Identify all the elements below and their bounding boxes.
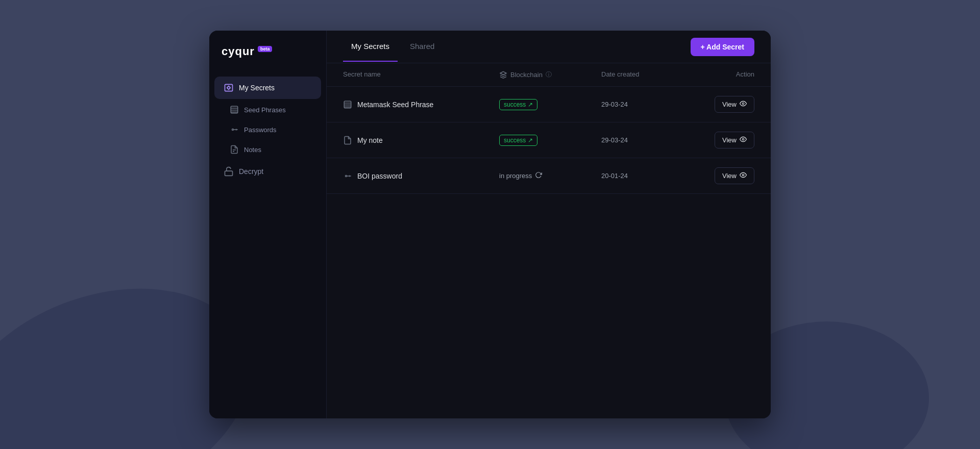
- note-row-icon: [343, 136, 352, 145]
- row3-view-button[interactable]: View: [715, 167, 754, 184]
- row2-view-button[interactable]: View: [715, 132, 754, 148]
- main-content: My Secrets Shared + Add Secret Secret na…: [327, 31, 771, 418]
- svg-point-18: [346, 175, 347, 177]
- tab-shared[interactable]: Shared: [402, 32, 443, 62]
- sidebar-nav: My Secrets Seed Phrases: [209, 70, 326, 418]
- secret-name-cell: Metamask Seed Phrase: [343, 100, 499, 109]
- note-icon: [230, 145, 239, 154]
- secrets-table: Secret name Blockchain ⓘ Date created Ac…: [327, 63, 771, 418]
- sidebar-notes-label: Notes: [244, 146, 261, 154]
- add-secret-button[interactable]: + Add Secret: [691, 38, 754, 56]
- external-link-icon: ↗: [528, 101, 533, 108]
- vault-icon: [224, 83, 234, 93]
- row1-view-button[interactable]: View: [715, 96, 754, 113]
- row3-action: View: [693, 167, 754, 184]
- secret-name-cell: BOI password: [343, 171, 499, 181]
- sidebar-decrypt-label: Decrypt: [239, 167, 263, 176]
- refresh-icon: [535, 171, 542, 180]
- sidebar-seed-label: Seed Phrases: [244, 106, 286, 114]
- sidebar-my-secrets-label: My Secrets: [239, 84, 275, 92]
- row2-name: My note: [357, 136, 383, 144]
- eye-icon: [740, 100, 747, 109]
- sidebar-item-passwords[interactable]: Passwords: [214, 120, 321, 139]
- table-row: Metamask Seed Phrase success ↗ 29-03-24 …: [327, 87, 771, 122]
- tab-my-secrets[interactable]: My Secrets: [343, 32, 398, 62]
- row1-action: View: [693, 96, 754, 113]
- table-row: BOI password in progress 20-01-24: [327, 158, 771, 194]
- row1-status: success ↗: [499, 99, 537, 110]
- eye-icon: [740, 171, 747, 180]
- svg-rect-0: [225, 84, 233, 91]
- row3-date: 20-01-24: [601, 172, 693, 180]
- row3-status: in progress: [499, 171, 542, 180]
- table-header: Secret name Blockchain ⓘ Date created Ac…: [327, 63, 771, 87]
- header-tabs: My Secrets Shared + Add Secret: [327, 31, 771, 63]
- main-window: cyqur beta My Secrets: [209, 31, 771, 418]
- sidebar-item-notes[interactable]: Notes: [214, 140, 321, 159]
- svg-point-17: [742, 138, 744, 140]
- sidebar-item-seed-phrases[interactable]: Seed Phrases: [214, 100, 321, 119]
- svg-point-16: [742, 103, 744, 105]
- seed-phrase-row-icon: [343, 100, 352, 109]
- eye-icon: [740, 136, 747, 144]
- col-action: Action: [693, 70, 754, 79]
- row1-date: 29-03-24: [601, 101, 693, 108]
- row2-status: success ↗: [499, 135, 537, 146]
- sidebar-passwords-label: Passwords: [244, 126, 277, 134]
- external-link-icon: ↗: [528, 137, 533, 144]
- password-icon: [230, 125, 239, 134]
- col-blockchain: Blockchain ⓘ: [499, 70, 601, 79]
- sidebar: cyqur beta My Secrets: [209, 31, 327, 418]
- svg-rect-11: [225, 171, 233, 176]
- logo-area: cyqur beta: [209, 31, 326, 70]
- table-row: My note success ↗ 29-03-24 View: [327, 122, 771, 158]
- row3-blockchain: in progress: [499, 171, 601, 180]
- svg-point-6: [232, 129, 234, 131]
- col-date-created: Date created: [601, 70, 693, 79]
- row2-blockchain: success ↗: [499, 135, 601, 146]
- row2-date: 29-03-24: [601, 136, 693, 144]
- row2-action: View: [693, 132, 754, 148]
- row3-name: BOI password: [357, 172, 402, 180]
- col-secret-name: Secret name: [343, 70, 499, 79]
- beta-badge: beta: [258, 46, 273, 52]
- svg-point-1: [228, 87, 230, 89]
- seed-phrase-icon: [230, 105, 239, 114]
- secret-name-cell: My note: [343, 136, 499, 145]
- password-row-icon: [343, 171, 352, 181]
- row1-name: Metamask Seed Phrase: [357, 101, 433, 109]
- svg-point-21: [742, 174, 744, 176]
- row1-blockchain: success ↗: [499, 99, 601, 110]
- app-logo: cyqur: [222, 45, 255, 58]
- sidebar-item-my-secrets[interactable]: My Secrets: [214, 77, 321, 99]
- sidebar-item-decrypt[interactable]: Decrypt: [214, 160, 321, 183]
- decrypt-icon: [224, 166, 234, 177]
